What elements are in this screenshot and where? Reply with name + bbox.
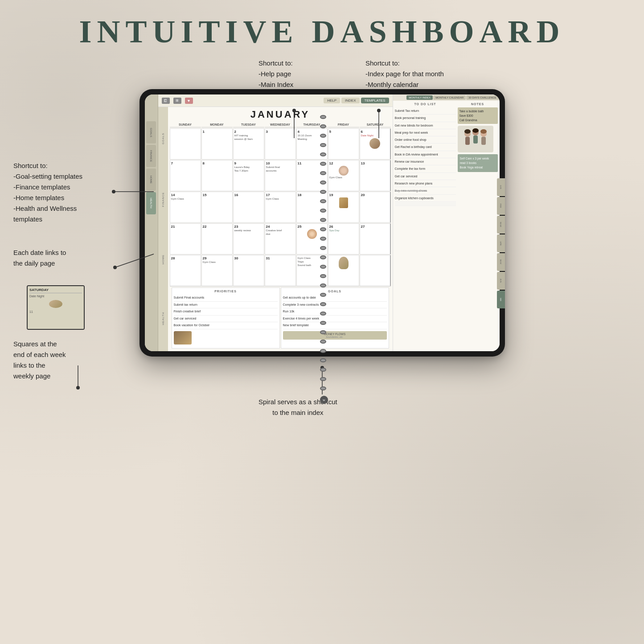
- cal-cell-22[interactable]: 22: [201, 223, 233, 254]
- month-title: JANUARY: [170, 109, 391, 120]
- cal-cell-13[interactable]: 13: [360, 160, 391, 191]
- self-care-note: Self Care x 3 per weekread 3 booksBook Y…: [458, 154, 498, 172]
- todo-8: Renew car insurance: [395, 158, 456, 165]
- calendar-header: SUNDAY MONDAY TUESDAY WEDNESDAY THURSDAY…: [170, 122, 391, 127]
- cal-cell-8[interactable]: 8: [201, 160, 233, 191]
- todo-section: TO DO LIST Submit Tax return Book person…: [395, 103, 456, 349]
- heart-icon: ♥: [185, 98, 193, 104]
- cal-cell-1[interactable]: 1: [201, 128, 233, 160]
- priorities-panel: PRIORITIES Submit Final accounts Submit …: [172, 287, 280, 349]
- priority-1: Submit Final accounts: [174, 295, 278, 302]
- todo-1: Submit Tax return: [395, 107, 456, 115]
- todo-11: Research new phone plans: [395, 180, 456, 187]
- annotation-left-shortcuts: Shortcut to: -Goal-setting templates -Fi…: [13, 160, 82, 225]
- goal-2: Complete 3 new contracts: [283, 302, 387, 309]
- cal-cell-2[interactable]: 2HIT trainingsession @ 9am: [233, 128, 264, 160]
- nav-tab-index[interactable]: INDEX: [341, 98, 359, 103]
- cal-cell-29[interactable]: 29Gym Class: [201, 255, 233, 286]
- cal-cell-19[interactable]: 19: [328, 192, 359, 223]
- todo-3: Get new blinds for bedroom: [395, 122, 456, 129]
- cal-cell-5[interactable]: 5: [328, 128, 359, 160]
- cal-cell-31[interactable]: 31: [265, 255, 296, 286]
- calendar-icon: 🗓: [162, 98, 170, 104]
- cal-cell-26[interactable]: 26Spa Day: [328, 223, 359, 254]
- cal-cell-14[interactable]: 14Gym Class: [170, 192, 201, 223]
- calendar-area: 🗓 ⊞ ♥ HELP INDEX TEMPLATES GOALS FINANCE…: [158, 94, 393, 351]
- cal-cell-24[interactable]: 24Creative briefdue: [265, 223, 296, 254]
- bottom-section: PRIORITIES Submit Final accounts Submit …: [170, 286, 391, 349]
- calendar-content: GOALS FINANCE HOME HEALTH JANUARY SUNDAY…: [158, 107, 393, 351]
- cal-cell-21[interactable]: 21: [170, 223, 201, 254]
- right-nav-monthly-calendar[interactable]: MONTHLY CALENDAR: [433, 95, 466, 100]
- annotation-weekly-squares: Squares at the end of each week links to…: [13, 339, 66, 381]
- todo-10: Get car serviced: [395, 173, 456, 180]
- svg-point-18: [464, 129, 471, 134]
- spiral-logo[interactable]: w: [320, 396, 328, 404]
- zoomed-event-2: 11: [29, 310, 82, 314]
- right-nav-30-days[interactable]: 30 DAYS CHALLENGE: [466, 95, 498, 100]
- notes-section: NOTES Take a bubble bathSave $300Call Gr…: [458, 103, 498, 349]
- svg-point-20: [480, 129, 487, 134]
- sidebar-tab-finance[interactable]: FINANCE: [146, 145, 156, 167]
- spiral-binding[interactable]: w: [320, 115, 328, 404]
- cal-cell-10[interactable]: 10Submit finalaccounts: [265, 160, 296, 191]
- illustration-women: [458, 126, 493, 152]
- svg-rect-13: [465, 137, 470, 145]
- note-box-1: Take a bubble bathSave $300Call Grandma: [458, 107, 498, 124]
- top-nav: 🗓 ⊞ ♥ HELP INDEX TEMPLATES: [158, 94, 393, 107]
- goal-1: Get accounts up to date: [283, 295, 387, 302]
- nav-tabs: HELP INDEX TEMPLATES: [324, 98, 389, 103]
- priority-4: Get car serviced: [174, 316, 278, 323]
- cal-cell-7[interactable]: 7: [170, 160, 201, 191]
- grid-icon: ⊞: [173, 98, 181, 104]
- cal-cell-12[interactable]: 12 Gym Class: [328, 160, 359, 191]
- sidebar-tab-goals[interactable]: GOALS: [146, 121, 156, 144]
- goal-3: Run 10k: [283, 308, 387, 316]
- todo-2: Book personal training: [395, 115, 456, 122]
- todo-5: Order online food shop: [395, 136, 456, 144]
- cal-cell-28[interactable]: 28: [170, 255, 201, 286]
- todo-4: Meal prep for next week: [395, 129, 456, 136]
- right-nav-monthly-index[interactable]: MONTHLY INDEX: [406, 95, 433, 100]
- cal-cell-17[interactable]: 17Gym Class: [265, 192, 296, 223]
- calendar-left-col: GOALS FINANCE HOME HEALTH: [158, 107, 168, 351]
- svg-rect-17: [481, 137, 486, 145]
- goals-panel: GOALS Get accounts up to date Complete 3…: [281, 287, 389, 349]
- right-content: TO DO LIST Submit Tax return Book person…: [393, 101, 500, 351]
- cal-cell-20[interactable]: 20: [360, 192, 391, 223]
- todo-7: Book in DA review appointment: [395, 151, 456, 158]
- sidebar-tab-home[interactable]: HOME: [146, 168, 156, 191]
- todo-9: Complete the tax form: [395, 165, 456, 172]
- right-edge-tabs: JAN FEB MAR APR MAY JUN 300: [497, 178, 500, 308]
- priority-5: Book vacation for October: [174, 322, 278, 329]
- sidebar-tab-health[interactable]: HEALTH: [146, 192, 156, 214]
- cal-cell-33[interactable]: [328, 255, 359, 286]
- svg-point-7: [113, 266, 117, 269]
- nav-tab-help[interactable]: HELP: [324, 98, 340, 103]
- cal-cell-empty1[interactable]: [170, 128, 201, 160]
- zoomed-event-1: Date Night: [29, 294, 82, 299]
- todo-13: Organize kitchen cupboards: [395, 195, 456, 202]
- svg-rect-15: [473, 135, 478, 144]
- todo-12: Buy new running shoes: [395, 187, 456, 194]
- calendar-main: JANUARY SUNDAY MONDAY TUESDAY WEDNESDAY …: [168, 107, 393, 351]
- cal-cell-30[interactable]: 30: [233, 255, 264, 286]
- cal-cell-27[interactable]: 27: [360, 223, 391, 254]
- svg-point-19: [472, 128, 479, 133]
- priority-2: Submit tax return: [174, 302, 278, 309]
- cal-cell-34[interactable]: [360, 255, 391, 286]
- cal-cell-9[interactable]: 9Laura's BdayTea 7.30pm: [233, 160, 264, 191]
- goal-5: New brief template: [283, 322, 387, 329]
- page-title: INTUITIVE DASHBOARD: [79, 13, 565, 50]
- cal-cell-6[interactable]: 6 Date Night: [360, 128, 391, 160]
- cal-cell-23[interactable]: 23weekly review: [233, 223, 264, 254]
- nav-tab-templates[interactable]: TEMPLATES: [361, 98, 389, 103]
- svg-point-9: [76, 386, 80, 390]
- sidebar-left: GOALS FINANCE HOME HEALTH: [145, 94, 158, 351]
- cal-cell-16[interactable]: 16: [233, 192, 264, 223]
- zoomed-week-box: SATURDAY Date Night 11: [27, 285, 85, 330]
- priority-3: Finish creative brief: [174, 308, 278, 316]
- cal-cell-3[interactable]: 3: [265, 128, 296, 160]
- cal-cell-15[interactable]: 15: [201, 192, 233, 223]
- zoomed-day-label: SATURDAY: [29, 288, 82, 293]
